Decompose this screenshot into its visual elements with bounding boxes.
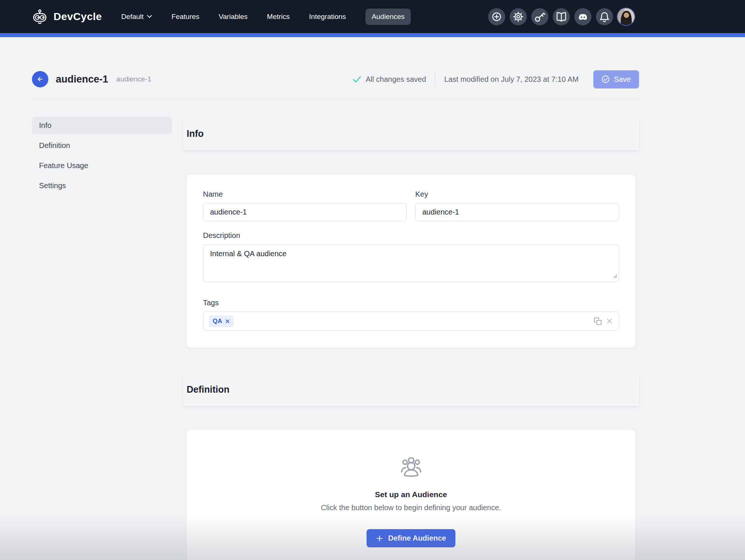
resize-handle-icon[interactable]	[612, 273, 617, 280]
define-audience-button[interactable]: Define Audience	[367, 529, 455, 547]
arrow-left-icon	[35, 74, 46, 85]
top-navbar: DevCycle Default Features Variables Metr…	[0, 0, 745, 33]
api-keys-button[interactable]	[531, 8, 548, 25]
nav-item-integrations[interactable]: Integrations	[309, 13, 346, 21]
name-input[interactable]	[203, 203, 407, 221]
brand-logo[interactable]: DevCycle	[31, 8, 102, 25]
save-status-text: All changes saved	[366, 75, 426, 84]
create-button[interactable]	[488, 8, 505, 25]
definition-section-header: Definition	[183, 373, 639, 406]
sidebar-item-info[interactable]: Info	[32, 117, 172, 134]
tag-chip: QA	[209, 315, 233, 327]
notifications-button[interactable]	[596, 8, 613, 25]
settings-button[interactable]	[510, 8, 527, 25]
tags-label: Tags	[203, 299, 619, 307]
last-modified-text: Last modified on July 7, 2023 at 7:10 AM	[444, 75, 578, 84]
empty-state-title: Set up an Audience	[187, 490, 635, 499]
plus-circle-icon	[488, 8, 505, 25]
definition-section-heading: Definition	[187, 384, 229, 395]
info-section-header: Info	[183, 117, 639, 150]
key-icon	[531, 8, 548, 25]
settings-sidebar: Info Definition Feature Usage Settings	[32, 117, 172, 197]
definition-empty-card: Set up an Audience Click the button belo…	[187, 430, 635, 560]
check-icon	[352, 75, 361, 83]
name-label: Name	[203, 190, 407, 199]
tags-input[interactable]: QA	[203, 312, 619, 331]
info-section-heading: Info	[187, 128, 204, 139]
page-subtitle-key: audience-1	[116, 75, 151, 83]
page-title: audience-1	[56, 74, 108, 85]
key-label: Key	[415, 190, 619, 199]
page-header: audience-1 audience-1 All changes saved …	[32, 59, 639, 99]
user-avatar[interactable]	[617, 8, 635, 25]
nav-item-audiences-active[interactable]: Audiences	[365, 9, 411, 25]
nav-item-metrics[interactable]: Metrics	[267, 13, 290, 21]
copy-tags-icon[interactable]	[594, 317, 602, 325]
save-status: All changes saved	[352, 75, 426, 84]
nav-item-variables[interactable]: Variables	[219, 13, 248, 21]
remove-tag-icon[interactable]	[225, 319, 230, 324]
empty-state-subtitle: Click the button below to begin defining…	[187, 503, 635, 512]
brand-name: DevCycle	[54, 11, 102, 23]
back-button[interactable]	[32, 71, 48, 87]
info-form-card: Name Key Description Internal & QA audie…	[187, 174, 635, 348]
bell-icon	[596, 8, 613, 25]
save-button[interactable]: Save	[593, 70, 639, 88]
project-selector[interactable]: Default	[121, 13, 152, 21]
discord-icon	[574, 8, 591, 25]
tag-chip-text: QA	[213, 318, 222, 325]
audience-group-icon	[400, 457, 422, 479]
nav-item-features[interactable]: Features	[171, 13, 199, 21]
gear-icon	[510, 8, 527, 25]
chevron-down-icon	[147, 15, 152, 18]
circle-check-icon	[602, 75, 610, 83]
discord-button[interactable]	[574, 8, 591, 25]
accent-bar	[0, 33, 745, 37]
clear-tags-icon[interactable]	[606, 318, 613, 325]
plus-icon	[376, 535, 383, 542]
book-icon	[553, 8, 570, 25]
sidebar-item-feature-usage[interactable]: Feature Usage	[32, 157, 172, 174]
description-textarea[interactable]: Internal & QA audience	[203, 244, 619, 282]
sidebar-item-settings[interactable]: Settings	[32, 177, 172, 194]
key-input[interactable]	[415, 203, 619, 221]
sidebar-item-definition[interactable]: Definition	[32, 137, 172, 154]
description-label: Description	[203, 231, 619, 240]
documentation-button[interactable]	[553, 8, 570, 25]
divider	[435, 71, 435, 87]
devcycle-robot-icon	[31, 8, 48, 25]
